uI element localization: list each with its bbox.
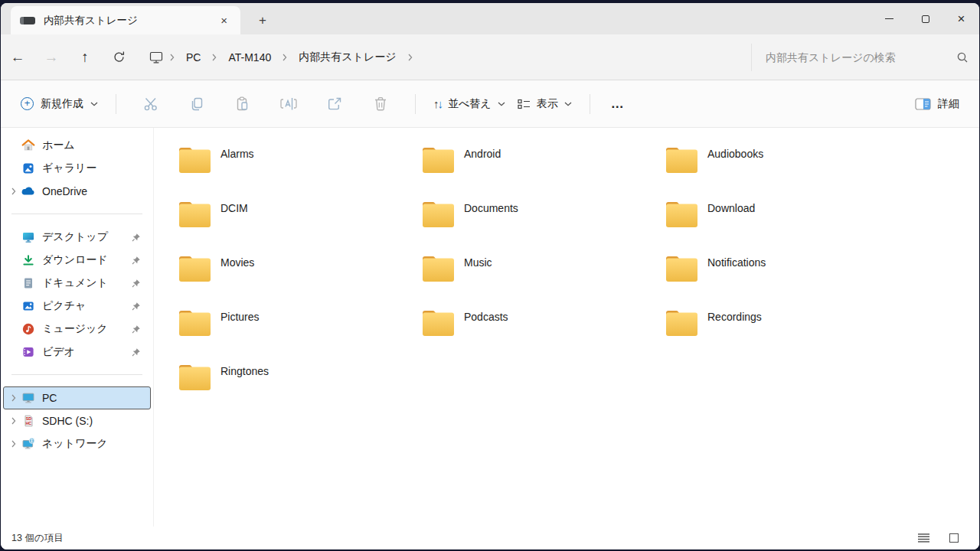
sidebar-item-documents[interactable]: ドキュメント (3, 272, 151, 295)
close-icon: × (958, 12, 965, 25)
explorer-window: 内部共有ストレージ × + × ← → ↑ PC (1, 3, 979, 549)
folder-icon (663, 197, 700, 230)
pictures-icon (21, 299, 35, 314)
tab-internal-storage[interactable]: 内部共有ストレージ × (11, 6, 240, 34)
paste-button[interactable] (226, 90, 260, 119)
maximize-button[interactable] (907, 3, 943, 34)
list-view-button[interactable] (915, 530, 932, 546)
music-icon (21, 322, 35, 337)
icons-view-button[interactable] (946, 530, 962, 546)
folder-icon (663, 251, 700, 285)
folder-item-music[interactable]: Music (420, 251, 663, 305)
sidebar-item-label: ダウンロード (42, 253, 132, 267)
item-count: 13 個の項目 (11, 532, 64, 545)
breadcrumb-device[interactable]: AT-M140 (224, 48, 276, 67)
expand-chevron-icon[interactable] (7, 394, 21, 402)
sidebar-item-label: OneDrive (42, 185, 150, 197)
folder-item-notifications[interactable]: Notifications (663, 251, 906, 305)
breadcrumb-chevron-icon (283, 54, 287, 61)
sidebar-item-videos[interactable]: ビデオ (3, 341, 151, 364)
breadcrumb[interactable]: PC AT-M140 内部共有ストレージ (136, 44, 751, 71)
sidebar-item-sdhc[interactable]: SD HC SDHC (S:) (3, 409, 151, 432)
back-button[interactable]: ← (1, 44, 34, 71)
sidebar-item-home[interactable]: ホーム (3, 134, 151, 157)
details-pane-button[interactable]: 詳細 (909, 93, 965, 116)
folder-icon (420, 142, 456, 176)
view-toggles (915, 530, 962, 546)
command-bar: + 新規作成 (1, 80, 979, 128)
sidebar-item-downloads[interactable]: ダウンロード (3, 249, 151, 272)
sidebar-item-pc[interactable]: PC (3, 386, 151, 409)
main-area: ホーム ギャラリー (1, 128, 979, 527)
folder-icon (663, 305, 700, 339)
expand-chevron-icon[interactable] (7, 417, 21, 425)
folder-item-ringtones[interactable]: Ringtones (176, 360, 420, 414)
copy-button[interactable] (180, 90, 214, 119)
sort-button-label: 並べ替え (448, 97, 492, 111)
cut-icon (142, 96, 159, 112)
sidebar-item-desktop[interactable]: デスクトップ (3, 226, 151, 249)
breadcrumb-internal-storage[interactable]: 内部共有ストレージ (294, 47, 400, 67)
delete-button[interactable] (364, 90, 397, 119)
minimize-button[interactable] (871, 3, 907, 34)
folder-item-pictures[interactable]: Pictures (176, 305, 420, 360)
folder-icon (176, 251, 213, 285)
tab-close-icon[interactable]: × (215, 12, 233, 28)
view-icon (518, 98, 531, 110)
folder-item-dcim[interactable]: DCIM (176, 197, 420, 251)
view-button[interactable]: 表示 (511, 93, 578, 116)
copy-icon (188, 96, 205, 112)
breadcrumb-pc[interactable]: PC (181, 48, 205, 67)
folder-item-download[interactable]: Download (663, 197, 906, 251)
pin-icon (132, 279, 141, 288)
folder-item-movies[interactable]: Movies (176, 251, 420, 305)
folder-name: Notifications (707, 256, 766, 269)
pin-icon (132, 347, 141, 357)
cut-button[interactable] (134, 90, 168, 119)
rename-button[interactable] (272, 90, 305, 119)
pin-icon (132, 256, 141, 265)
sort-icon: ↑↓ (433, 97, 442, 110)
more-options-button[interactable]: … (602, 93, 634, 115)
close-button[interactable]: × (943, 3, 979, 34)
folder-item-podcasts[interactable]: Podcasts (420, 305, 663, 360)
search-icon[interactable] (956, 51, 969, 64)
sd-card-icon: SD HC (21, 414, 35, 429)
folder-icon (176, 142, 213, 176)
share-button[interactable] (318, 90, 351, 119)
sort-button[interactable]: ↑↓ 並べ替え (427, 93, 511, 116)
search-input[interactable] (766, 51, 956, 64)
sidebar-item-label: ギャラリー (42, 161, 150, 175)
folder-name: Ringtones (220, 365, 269, 377)
forward-button[interactable]: → (34, 44, 68, 71)
folder-item-documents[interactable]: Documents (420, 197, 663, 251)
folder-icon (176, 305, 213, 339)
folder-icon (420, 305, 456, 339)
up-button[interactable]: ↑ (68, 44, 102, 71)
new-button[interactable]: + 新規作成 (15, 93, 104, 116)
chevron-down-icon (564, 102, 572, 106)
sidebar-item-gallery[interactable]: ギャラリー (3, 157, 151, 180)
refresh-button[interactable] (102, 44, 136, 71)
view-button-label: 表示 (537, 97, 558, 111)
new-tab-button[interactable]: + (253, 13, 273, 28)
sidebar-item-onedrive[interactable]: OneDrive (3, 180, 151, 203)
icons-view-icon (949, 533, 959, 543)
sidebar-item-pictures[interactable]: ピクチャ (3, 295, 151, 318)
folder-item-audiobooks[interactable]: Audiobooks (663, 142, 906, 197)
gallery-icon (21, 161, 35, 176)
network-icon (21, 437, 35, 452)
folder-item-recordings[interactable]: Recordings (663, 305, 906, 360)
pin-icon (132, 324, 141, 334)
sidebar-divider (11, 374, 142, 375)
folder-item-android[interactable]: Android (420, 142, 663, 197)
pc-icon (21, 391, 35, 406)
folder-icon (420, 251, 456, 285)
sidebar-item-network[interactable]: ネットワーク (3, 432, 151, 455)
details-pane-icon (915, 98, 931, 110)
sidebar-item-music[interactable]: ミュージック (3, 318, 151, 341)
pin-icon (132, 233, 141, 242)
expand-chevron-icon[interactable] (7, 187, 21, 195)
expand-chevron-icon[interactable] (7, 440, 21, 448)
folder-item-alarms[interactable]: Alarms (176, 142, 420, 197)
